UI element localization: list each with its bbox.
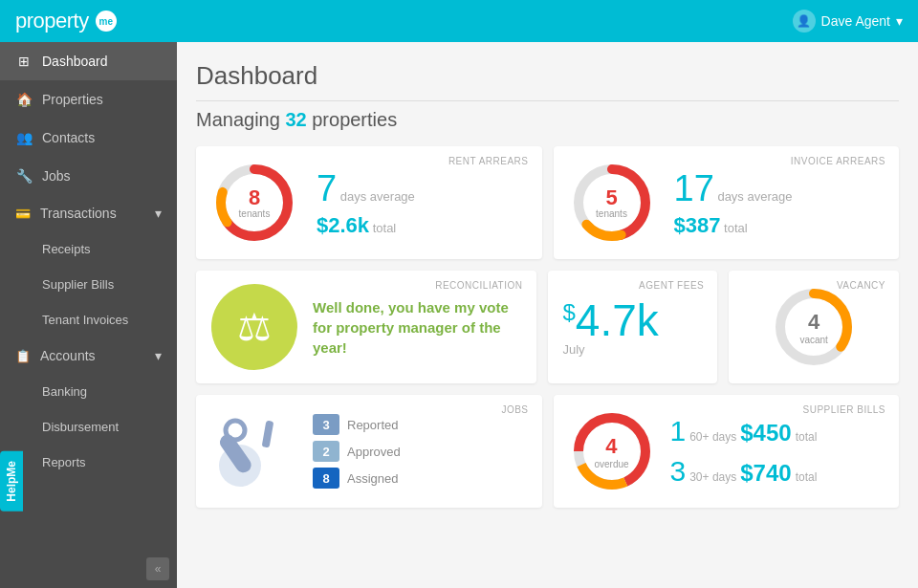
rent-arrears-card: RENT ARREARS 8 tenants 7 days a <box>196 146 542 259</box>
invoice-total: $387 total <box>674 213 793 238</box>
agent-fees-amount: $4.7k <box>563 298 659 342</box>
invoice-days-num: 17 <box>674 168 714 208</box>
sidebar-label-supplier-bills: Supplier Bills <box>42 277 114 292</box>
sidebar-item-contacts[interactable]: 👥 Contacts <box>0 119 177 157</box>
user-menu[interactable]: 👤 Dave Agent ▾ <box>793 10 903 33</box>
invoice-arrears-label: INVOICE ARREARS <box>791 156 885 166</box>
svg-point-10 <box>226 421 245 440</box>
logo-me: me <box>96 11 117 32</box>
agent-fees-label: AGENT FEES <box>639 280 704 291</box>
sidebar-item-receipts[interactable]: Receipts <box>0 231 177 267</box>
managing-suffix: properties <box>312 109 397 130</box>
bill-30-amount: $740 <box>740 460 791 487</box>
sidebar-label-accounts: Accounts <box>40 348 96 363</box>
jobs-card: JOBS 3 Reported 2 <box>196 395 542 508</box>
sidebar-item-accounts[interactable]: 📋 Accounts ▾ <box>0 338 177 374</box>
rent-total: $2.6k total <box>317 213 415 238</box>
sidebar-label-reports: Reports <box>42 455 86 469</box>
vacancy-count: 4 <box>799 310 827 335</box>
job-row-approved: 2 Approved <box>313 441 527 462</box>
transactions-icon: 💳 <box>15 207 31 221</box>
reconciliation-message: Well done, you have my vote for property… <box>313 297 521 358</box>
invoice-tenants-label: tenants <box>596 208 627 219</box>
reported-badge: 3 <box>313 414 339 435</box>
sidebar-item-banking[interactable]: Banking <box>0 374 177 409</box>
accounts-icon: 📋 <box>15 349 31 363</box>
overdue-count: 4 <box>594 434 628 459</box>
home-icon: 🏠 <box>15 91 33 108</box>
jobs-list: 3 Reported 2 Approved 8 Assigned <box>313 414 527 489</box>
sidebar-collapse: « <box>0 550 177 588</box>
agent-amount-num: 4.7k <box>576 295 659 345</box>
page-title: Dashboard <box>196 61 899 101</box>
sidebar-item-jobs[interactable]: 🔧 Jobs <box>0 157 177 195</box>
sidebar-item-transactions[interactable]: 💳 Transactions ▾ <box>0 195 177 231</box>
sidebar-item-supplier-bills[interactable]: Supplier Bills <box>0 267 177 302</box>
reconciliation-icon-wrap: ⚖ <box>211 284 297 370</box>
bill-60-suffix: total <box>796 430 818 444</box>
rent-days-avg: 7 days average <box>317 168 415 209</box>
collapse-button[interactable]: « <box>146 557 169 580</box>
sidebar-label-tenant-invoices: Tenant Invoices <box>42 313 128 327</box>
sidebar-label-banking: Banking <box>42 384 87 399</box>
top-nav: propertyme 👤 Dave Agent ▾ <box>0 0 918 42</box>
managing-prefix: Managing <box>196 109 280 130</box>
sidebar-label-jobs: Jobs <box>42 168 71 184</box>
sidebar-item-reports[interactable]: Reports <box>0 445 177 480</box>
invoice-arrears-stats: 17 days average $387 total <box>674 168 793 238</box>
managing-line: Managing 32 properties <box>196 109 899 131</box>
overdue-center: 4 overdue <box>594 434 628 469</box>
rent-days-num: 7 <box>317 168 337 208</box>
sidebar-label-transactions: Transactions <box>40 206 117 221</box>
dropdown-arrow-icon: ▾ <box>896 13 903 29</box>
approved-badge: 2 <box>313 441 339 462</box>
invoice-days-avg: 17 days average <box>674 168 793 209</box>
rent-arrears-stats: 7 days average $2.6k total <box>317 168 415 238</box>
job-row-reported: 3 Reported <box>313 414 527 435</box>
chevron-accounts-icon: ▾ <box>155 348 162 363</box>
contacts-icon: 👥 <box>15 129 33 146</box>
approved-label: Approved <box>347 445 401 459</box>
sidebar-item-disbursement[interactable]: Disbursement <box>0 409 177 445</box>
content-area: Dashboard Managing 32 properties RENT AR… <box>177 42 918 588</box>
scales-icon: ⚖ <box>237 305 272 349</box>
agent-period: July <box>563 342 585 357</box>
helpme-button[interactable]: HelpMe <box>0 451 23 512</box>
invoice-arrears-count: 5 <box>596 187 627 208</box>
job-row-assigned: 8 Assigned <box>313 468 527 489</box>
sidebar-label-contacts: Contacts <box>42 130 95 145</box>
bill-30-suffix: total <box>796 470 818 484</box>
reconciliation-card: RECONCILIATION ⚖ Well done, you have my … <box>196 271 536 383</box>
bill-30-days: 30+ days <box>689 470 736 484</box>
chevron-transactions-icon: ▾ <box>155 206 162 221</box>
sidebar-item-properties[interactable]: 🏠 Properties <box>0 80 177 119</box>
vacancy-center: 4 vacant <box>799 310 827 345</box>
supplier-bills-card: SUPPLIER BILLS 4 overdue 1 <box>554 395 900 508</box>
invoice-total-label: total <box>724 221 748 235</box>
supplier-bills-label: SUPPLIER BILLS <box>803 404 885 415</box>
sidebar: ⊞ Dashboard 🏠 Properties 👥 Contacts 🔧 Jo… <box>0 42 177 588</box>
rent-arrears-label: RENT ARREARS <box>448 156 529 166</box>
sidebar-item-tenant-invoices[interactable]: Tenant Invoices <box>0 302 177 338</box>
assigned-badge: 8 <box>313 468 339 489</box>
bill-30-count: 3 <box>670 455 687 488</box>
agent-dollar: $ <box>563 298 576 324</box>
svg-rect-11 <box>262 421 274 448</box>
invoice-arrears-center: 5 tenants <box>596 187 627 219</box>
sidebar-item-dashboard[interactable]: ⊞ Dashboard <box>0 42 177 80</box>
jobs-label: JOBS <box>501 404 528 415</box>
reported-label: Reported <box>347 418 398 432</box>
rent-arrears-donut: 8 tenants <box>211 160 297 246</box>
wrench-icon: 🔧 <box>15 167 33 185</box>
vacancy-donut: 4 vacant <box>771 284 857 370</box>
bill-row-30: 3 30+ days $740 total <box>670 455 818 488</box>
overdue-donut: 4 overdue <box>569 408 655 494</box>
vacancy-sublabel: vacant <box>799 335 827 345</box>
rent-arrears-count: 8 <box>239 187 271 208</box>
bill-60-days: 60+ days <box>689 430 736 444</box>
supplier-bills-details: 1 60+ days $450 total 3 30+ days $740 to… <box>670 415 818 488</box>
vacancy-card: VACANCY 4 vacant <box>729 271 899 383</box>
sidebar-label-disbursement: Disbursement <box>42 420 119 434</box>
invoice-days-label: days average <box>717 189 792 204</box>
rent-days-label: days average <box>340 189 415 204</box>
